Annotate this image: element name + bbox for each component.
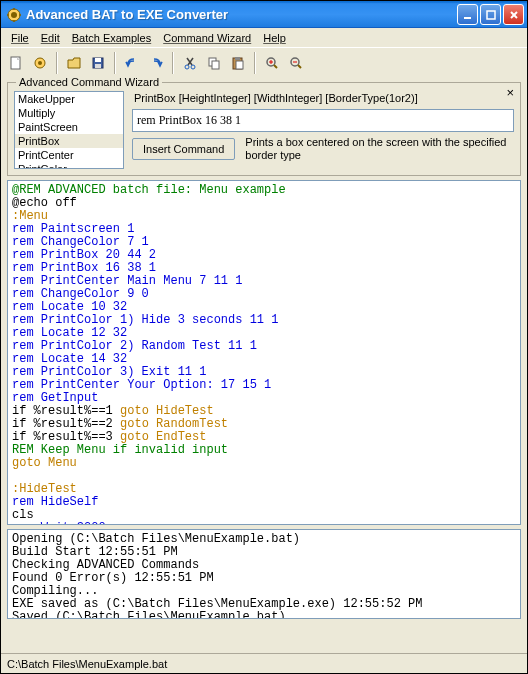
zoom-out-button[interactable] (285, 52, 307, 74)
command-input[interactable] (132, 109, 514, 132)
list-item[interactable]: PrintColor (15, 162, 123, 169)
svg-point-1 (11, 12, 17, 18)
close-wizard-button[interactable]: × (506, 85, 514, 100)
menu-file[interactable]: File (5, 30, 35, 46)
svg-point-19 (191, 65, 195, 69)
wizard-legend: Advanced Command Wizard (16, 76, 162, 88)
menu-batch-examples[interactable]: Batch Examples (66, 30, 157, 46)
command-wizard-group: Advanced Command Wizard × MakeUpper Mult… (7, 82, 521, 176)
statusbar: C:\Batch Files\MenuExample.bat (1, 653, 527, 673)
menu-command-wizard[interactable]: Command Wizard (157, 30, 257, 46)
cut-button[interactable] (179, 52, 201, 74)
svg-point-2 (13, 8, 15, 10)
svg-rect-21 (212, 61, 219, 69)
svg-point-18 (185, 65, 189, 69)
svg-line-26 (274, 65, 277, 68)
window-title: Advanced BAT to EXE Converter (26, 7, 457, 22)
main-window: Advanced BAT to EXE Converter File Edit … (0, 0, 528, 674)
app-icon (6, 7, 22, 23)
titlebar[interactable]: Advanced BAT to EXE Converter (1, 1, 527, 28)
save-button[interactable] (87, 52, 109, 74)
new-button[interactable] (5, 52, 27, 74)
wizard-detail: PrintBox [HeightInteger] [WidthInteger] … (132, 91, 514, 169)
svg-point-5 (19, 14, 21, 16)
code-editor[interactable]: @REM ADVANCED batch file: Menu example@e… (7, 180, 521, 525)
list-item[interactable]: MakeUpper (15, 92, 123, 106)
svg-rect-24 (236, 61, 243, 69)
command-description: Prints a box centered on the screen with… (245, 136, 514, 161)
build-log[interactable]: Opening (C:\Batch Files\MenuExample.bat)… (7, 529, 521, 619)
svg-point-12 (38, 61, 42, 65)
build-button[interactable] (29, 52, 51, 74)
svg-rect-15 (95, 64, 101, 68)
svg-rect-23 (235, 57, 240, 60)
minimize-button[interactable] (457, 4, 478, 25)
list-item-selected[interactable]: PrintBox (15, 134, 123, 148)
list-item[interactable]: PaintScreen (15, 120, 123, 134)
svg-line-30 (298, 65, 301, 68)
syntax-label: PrintBox [HeightInteger] [WidthInteger] … (132, 91, 514, 105)
svg-rect-14 (95, 58, 101, 62)
menu-edit[interactable]: Edit (35, 30, 66, 46)
open-button[interactable] (63, 52, 85, 74)
zoom-in-button[interactable] (261, 52, 283, 74)
svg-rect-7 (487, 11, 495, 19)
svg-rect-6 (464, 17, 471, 19)
window-buttons (457, 4, 524, 25)
close-button[interactable] (503, 4, 524, 25)
undo-button[interactable] (121, 52, 143, 74)
copy-button[interactable] (203, 52, 225, 74)
menu-help[interactable]: Help (257, 30, 292, 46)
status-path: C:\Batch Files\MenuExample.bat (7, 658, 167, 670)
separator (254, 52, 256, 74)
maximize-button[interactable] (480, 4, 501, 25)
list-item[interactable]: PrintCenter (15, 148, 123, 162)
separator (56, 52, 58, 74)
paste-button[interactable] (227, 52, 249, 74)
svg-point-4 (7, 14, 9, 16)
list-item[interactable]: Multiply (15, 106, 123, 120)
toolbar (1, 48, 527, 78)
insert-command-button[interactable]: Insert Command (132, 138, 235, 160)
command-list[interactable]: MakeUpper Multiply PaintScreen PrintBox … (14, 91, 124, 169)
menubar: File Edit Batch Examples Command Wizard … (1, 28, 527, 48)
redo-button[interactable] (145, 52, 167, 74)
separator (114, 52, 116, 74)
separator (172, 52, 174, 74)
svg-point-3 (13, 20, 15, 22)
